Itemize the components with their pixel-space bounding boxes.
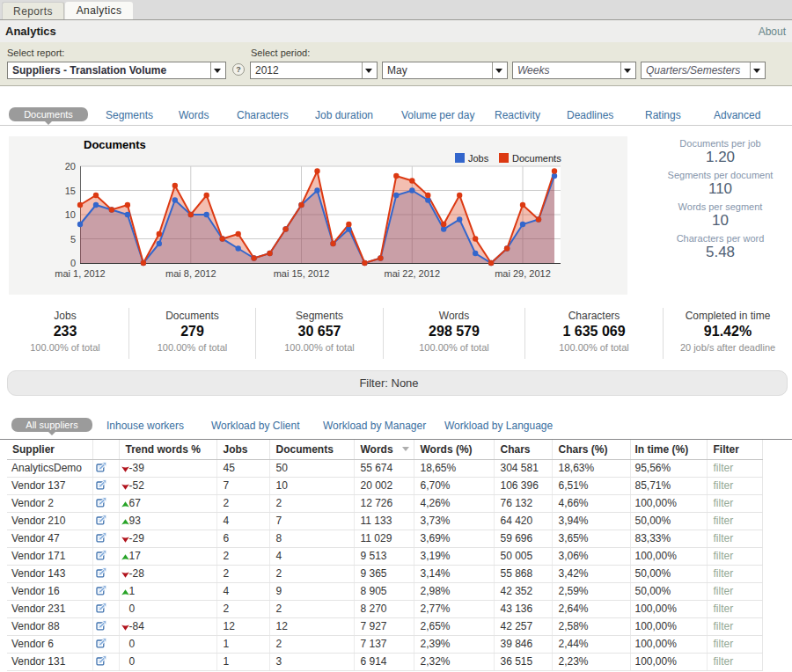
svg-text:mai 29, 2012: mai 29, 2012: [495, 268, 551, 279]
svg-text:Documents: Documents: [512, 153, 561, 164]
svg-text:mai 8, 2012: mai 8, 2012: [165, 268, 216, 279]
svg-text:Documents: Documents: [84, 138, 146, 151]
svg-text:0: 0: [70, 258, 76, 268]
svg-text:10: 10: [65, 209, 76, 220]
svg-text:mai 22, 2012: mai 22, 2012: [384, 268, 440, 279]
svg-text:mai 1, 2012: mai 1, 2012: [55, 268, 105, 279]
svg-text:Jobs: Jobs: [468, 153, 489, 164]
svg-text:20: 20: [65, 161, 76, 172]
svg-text:5: 5: [70, 234, 76, 245]
svg-text:15: 15: [65, 186, 76, 196]
svg-text:mai 15, 2012: mai 15, 2012: [274, 268, 330, 279]
